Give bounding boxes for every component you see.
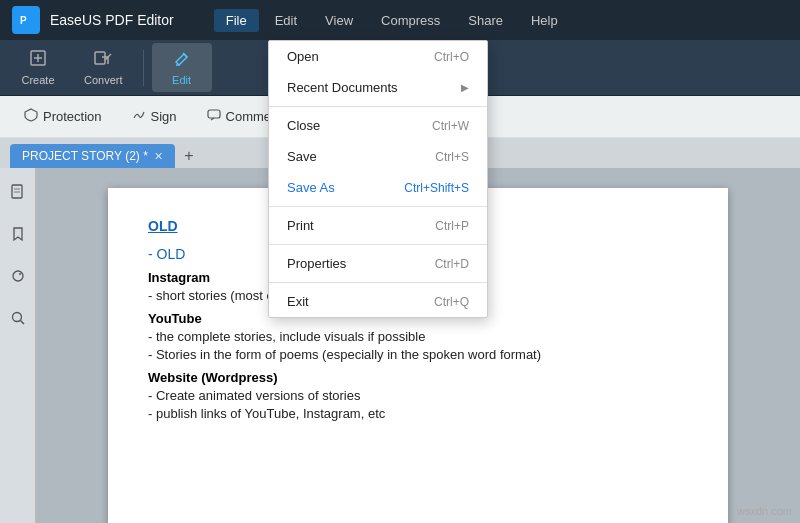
svg-rect-9 — [208, 110, 220, 118]
edit-button[interactable]: Edit — [152, 43, 212, 92]
sidebar-search-icon[interactable] — [4, 304, 32, 332]
dropdown-save-as-shortcut: Ctrl+Shift+S — [404, 181, 469, 195]
app-name: EaseUS PDF Editor — [50, 12, 174, 28]
dropdown-recent[interactable]: Recent Documents — [269, 72, 487, 103]
dropdown-close[interactable]: Close Ctrl+W — [269, 110, 487, 141]
protection-label: Protection — [43, 109, 102, 124]
dropdown-open-label: Open — [287, 49, 319, 64]
watermark: wsxdn.com — [737, 505, 792, 517]
svg-point-18 — [12, 313, 21, 322]
create-button[interactable]: Create — [8, 43, 68, 92]
dropdown-sep4 — [269, 282, 487, 283]
create-label: Create — [21, 74, 54, 86]
dropdown-save-shortcut: Ctrl+S — [435, 150, 469, 164]
protection-icon — [24, 108, 38, 125]
tab-label: PROJECT STORY (2) * — [22, 149, 148, 163]
menu-compress[interactable]: Compress — [369, 9, 452, 32]
toolbar-separator — [143, 50, 144, 86]
dropdown-properties-label: Properties — [287, 256, 346, 271]
edit-label: Edit — [172, 74, 191, 86]
dropdown-exit[interactable]: Exit Ctrl+Q — [269, 286, 487, 317]
dropdown-print-label: Print — [287, 218, 314, 233]
tab-close-icon[interactable]: ✕ — [154, 150, 163, 163]
create-icon — [29, 49, 47, 71]
pdf-section2-text: - the complete stories, include visuals … — [148, 329, 688, 344]
dropdown-save-as-label: Save As — [287, 180, 335, 195]
comment-icon — [207, 108, 221, 125]
pdf-section4-text2: - publish links of YouTube, Instagram, e… — [148, 406, 688, 421]
dropdown-sep2 — [269, 206, 487, 207]
svg-text:P: P — [20, 15, 27, 26]
tab-add-button[interactable]: + — [177, 144, 201, 168]
edit-icon — [173, 49, 191, 71]
dropdown-save[interactable]: Save Ctrl+S — [269, 141, 487, 172]
dropdown-save-label: Save — [287, 149, 317, 164]
dropdown-close-label: Close — [287, 118, 320, 133]
app-logo: P — [12, 6, 40, 34]
svg-point-17 — [19, 273, 21, 275]
pdf-section3-text: - Stories in the form of poems (especial… — [148, 347, 688, 362]
menu-file[interactable]: File — [214, 9, 259, 32]
dropdown-open-shortcut: Ctrl+O — [434, 50, 469, 64]
dropdown-print-shortcut: Ctrl+P — [435, 219, 469, 233]
convert-label: Convert — [84, 74, 123, 86]
dropdown-close-shortcut: Ctrl+W — [432, 119, 469, 133]
dropdown-print[interactable]: Print Ctrl+P — [269, 210, 487, 241]
svg-line-19 — [20, 321, 24, 325]
dropdown-properties[interactable]: Properties Ctrl+D — [269, 248, 487, 279]
dropdown-properties-shortcut: Ctrl+D — [435, 257, 469, 271]
dropdown-sep1 — [269, 106, 487, 107]
dropdown-open[interactable]: Open Ctrl+O — [269, 41, 487, 72]
pdf-section4-text1: - Create animated versions of stories — [148, 388, 688, 403]
dropdown-sep3 — [269, 244, 487, 245]
svg-rect-5 — [95, 52, 105, 64]
sidebar-bookmark-icon[interactable] — [4, 220, 32, 248]
title-bar: P EaseUS PDF Editor File Edit View Compr… — [0, 0, 800, 40]
dropdown-recent-label: Recent Documents — [287, 80, 398, 95]
svg-point-16 — [13, 271, 23, 281]
dropdown-exit-shortcut: Ctrl+Q — [434, 295, 469, 309]
menu-bar: File Edit View Compress Share Help — [214, 9, 570, 32]
menu-view[interactable]: View — [313, 9, 365, 32]
dropdown-exit-label: Exit — [287, 294, 309, 309]
sidebar-tag-icon[interactable] — [4, 262, 32, 290]
menu-share[interactable]: Share — [456, 9, 515, 32]
dropdown-save-as[interactable]: Save As Ctrl+Shift+S — [269, 172, 487, 203]
protection-button[interactable]: Protection — [10, 103, 116, 130]
menu-help[interactable]: Help — [519, 9, 570, 32]
pdf-section4-title: Website (Wordpress) — [148, 370, 688, 385]
sign-icon — [132, 108, 146, 125]
convert-icon — [94, 49, 112, 71]
menu-edit[interactable]: Edit — [263, 9, 309, 32]
left-sidebar — [0, 168, 36, 523]
sign-label: Sign — [151, 109, 177, 124]
sidebar-page-thumbnail-icon[interactable] — [4, 178, 32, 206]
file-dropdown-menu: Open Ctrl+O Recent Documents Close Ctrl+… — [268, 40, 488, 318]
sign-button[interactable]: Sign — [118, 103, 191, 130]
tab-project-story[interactable]: PROJECT STORY (2) * ✕ — [10, 144, 175, 168]
convert-button[interactable]: Convert — [72, 43, 135, 92]
